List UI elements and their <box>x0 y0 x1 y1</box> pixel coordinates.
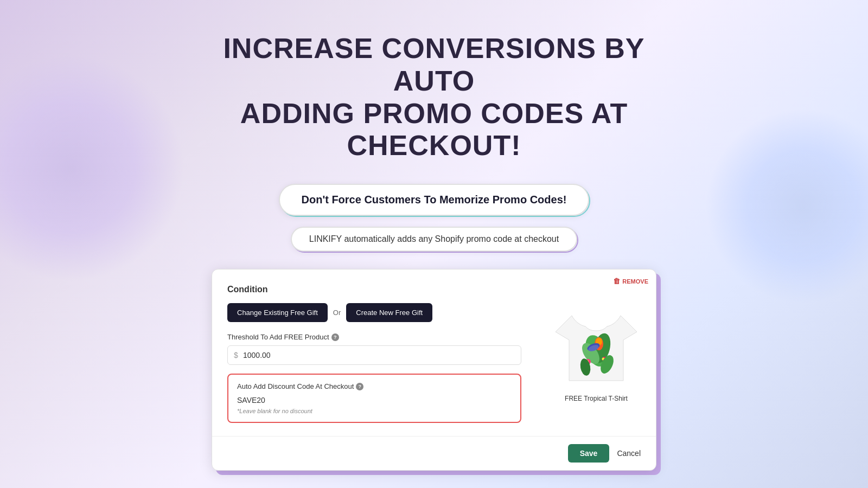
remove-button[interactable]: 🗑 REMOVE <box>613 277 648 285</box>
discount-label: Auto Add Discount Code At Checkout ? <box>237 382 512 390</box>
save-button[interactable]: Save <box>568 444 610 463</box>
threshold-help-icon[interactable]: ? <box>331 333 339 341</box>
button-group: Change Existing Free Gift Or Create New … <box>227 303 521 322</box>
dollar-sign: $ <box>234 351 238 359</box>
tshirt-svg <box>556 305 637 389</box>
discount-hint: *Leave blank for no discount <box>237 408 512 414</box>
page-wrapper: INCREASE CONVERSIONS BY AUTO ADDING PROM… <box>0 0 868 488</box>
card: Condition Change Existing Free Gift Or C… <box>212 269 656 471</box>
discount-section: Auto Add Discount Code At Checkout ? *Le… <box>227 374 521 423</box>
create-new-button[interactable]: Create New Free Gift <box>346 303 432 322</box>
change-existing-button[interactable]: Change Existing Free Gift <box>227 303 328 322</box>
card-left: Condition Change Existing Free Gift Or C… <box>212 269 537 436</box>
threshold-input[interactable] <box>227 345 521 365</box>
card-right: 🗑 REMOVE <box>537 269 656 436</box>
card-footer: Save Cancel <box>212 436 656 470</box>
trash-icon: 🗑 <box>613 277 620 285</box>
page-title: INCREASE CONVERSIONS BY AUTO ADDING PROM… <box>190 33 678 162</box>
threshold-label: Threshold To Add FREE Product ? <box>227 333 521 341</box>
discount-input[interactable] <box>237 396 512 404</box>
card-container: Condition Change Existing Free Gift Or C… <box>212 269 656 471</box>
cancel-button[interactable]: Cancel <box>615 444 643 463</box>
badge-small: LINKIFY automatically adds any Shopify p… <box>291 227 577 252</box>
product-name: FREE Tropical T-Shirt <box>565 395 628 402</box>
bg-blob-right <box>705 108 868 304</box>
condition-label: Condition <box>227 285 521 294</box>
card-content: Condition Change Existing Free Gift Or C… <box>212 269 656 436</box>
or-label: Or <box>333 309 341 317</box>
bg-blob-left <box>0 54 184 282</box>
badge-large: Don't Force Customers To Memorize Promo … <box>279 184 590 216</box>
product-image <box>553 304 640 390</box>
discount-help-icon[interactable]: ? <box>356 383 363 390</box>
